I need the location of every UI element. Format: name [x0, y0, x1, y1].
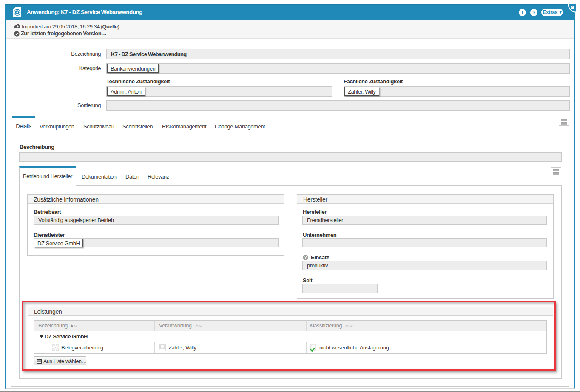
svg-text:?: ? [304, 255, 307, 260]
svg-text:✖: ✖ [571, 5, 574, 10]
